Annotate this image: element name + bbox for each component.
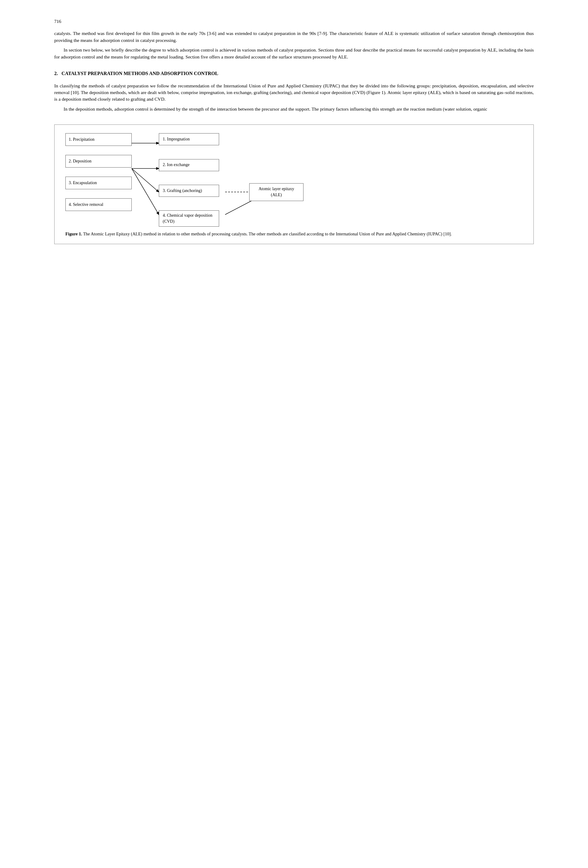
method-box-2: 2. Ion exchange — [159, 159, 219, 171]
left-column: 1. Precipitation 2. Deposition 3. Encaps… — [65, 133, 132, 211]
figure-caption: Figure 1. The Atomic Layer Epitaxy (ALE)… — [65, 231, 523, 237]
method-column: 1. Impregnation 2. Ion exchange 3. Graft… — [159, 133, 219, 227]
figure-caption-label: Figure 1. — [65, 232, 82, 236]
left-box-2: 2. Deposition — [65, 155, 132, 168]
section-heading: 2.CATALYST PREPARATION METHODS AND ADSOR… — [54, 70, 534, 77]
section-title: CATALYST PREPARATION METHODS AND ADSORPT… — [62, 71, 218, 76]
paragraph-2: In section two below, we briefly describ… — [54, 47, 534, 60]
ale-box: Atomic layer epitaxy (ALE) — [249, 183, 303, 201]
right-column: Atomic layer epitaxy (ALE) — [249, 133, 303, 227]
method-box-1: 1. Impregnation — [159, 133, 219, 145]
diagram-wrap: 1. Precipitation 2. Deposition 3. Encaps… — [65, 133, 523, 227]
method-box-3: 3. Grafting (anchoring) — [159, 185, 219, 197]
method-box-4: 4. Chemical vapor deposition (CVD) — [159, 210, 219, 227]
section-paragraph-1: In classifying the methods of catalyst p… — [54, 83, 534, 103]
left-box-3: 3. Encapsulation — [65, 177, 132, 189]
figure-1: 1. Precipitation 2. Deposition 3. Encaps… — [54, 124, 534, 244]
page-number: 716 — [54, 18, 534, 25]
section-paragraph-2: In the deposition methods, adsorption co… — [54, 106, 534, 112]
paragraph-1: catalysts. The method was first develope… — [54, 30, 534, 44]
section-number: 2. — [54, 71, 58, 76]
left-box-4: 4. Selective removal — [65, 198, 132, 211]
left-box-1: 1. Precipitation — [65, 133, 132, 146]
figure-caption-text: The Atomic Layer Epitaxy (ALE) method in… — [82, 232, 452, 236]
